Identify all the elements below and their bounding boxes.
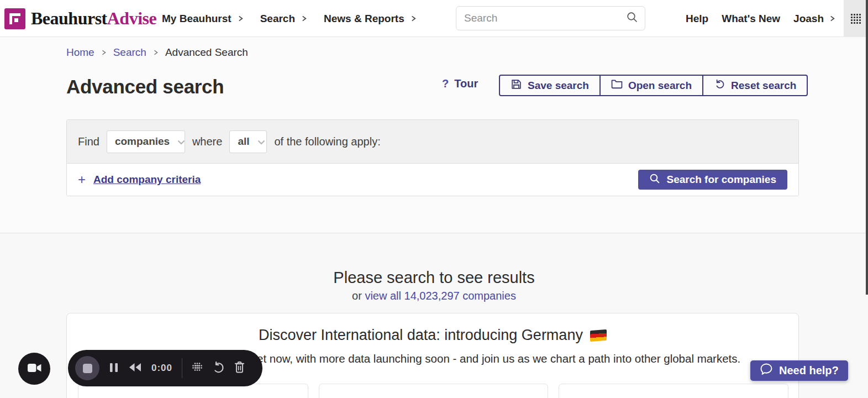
need-help-label: Need help? — [779, 364, 839, 377]
stop-icon — [75, 356, 99, 380]
open-search-label: Open search — [628, 80, 692, 92]
add-company-criteria-label: Add company criteria — [93, 174, 201, 186]
dots-grid-icon — [192, 362, 203, 375]
beauhurst-logo-icon — [4, 8, 25, 29]
or-label: or — [352, 290, 365, 302]
reset-search-button[interactable]: Reset search — [702, 76, 807, 95]
results-subtext: or view all 14,023,297 companies — [0, 290, 868, 302]
results-message: Please search to see results — [0, 269, 868, 287]
view-all-companies-link[interactable]: view all 14,023,297 companies — [365, 290, 516, 302]
entity-select-value: companies — [115, 135, 170, 148]
nav-item-whats-new[interactable]: What's New — [722, 13, 780, 25]
search-icon — [649, 173, 660, 187]
nav-item-user-menu[interactable]: Joash — [793, 13, 835, 25]
delete-recording-button[interactable] — [234, 361, 245, 375]
scrollbar-thumb[interactable] — [866, 0, 868, 295]
open-search-button[interactable]: Open search — [599, 76, 702, 95]
breadcrumb: Home Search Advanced Search — [66, 46, 248, 59]
nav-item-search[interactable]: Search — [260, 13, 307, 25]
brand-primary: Beauhurst — [31, 8, 107, 28]
promo-heading-row: Discover International data: introducing… — [67, 327, 798, 344]
save-search-label: Save search — [528, 80, 589, 92]
add-company-criteria-link[interactable]: + Add company criteria — [78, 173, 201, 186]
need-help-button[interactable]: Need help? — [750, 360, 848, 381]
chevron-right-icon — [829, 13, 835, 25]
nav-item-help[interactable]: Help — [686, 13, 708, 25]
rewind-icon — [128, 363, 142, 374]
match-select[interactable]: all — [229, 130, 267, 153]
restart-recording-button[interactable] — [212, 362, 224, 375]
restart-icon — [212, 362, 224, 375]
breadcrumb-home[interactable]: Home — [66, 46, 94, 59]
recorder-divider — [182, 358, 182, 378]
rewind-button[interactable] — [128, 363, 142, 374]
brand-text: BeauhurstAdvise — [31, 8, 156, 29]
global-search-box[interactable] — [456, 6, 645, 30]
chevron-right-icon — [101, 46, 107, 59]
reset-icon — [714, 78, 725, 92]
search-actions-group: Save search Open search Reset search — [499, 75, 808, 96]
search-for-companies-button[interactable]: Search for companies — [638, 170, 787, 190]
nav-item-my-beauhurst[interactable]: My Beauhurst — [162, 13, 244, 25]
save-search-button[interactable]: Save search — [500, 76, 599, 95]
apply-label: of the following apply: — [274, 135, 380, 148]
breadcrumb-search[interactable]: Search — [113, 46, 146, 59]
recorder-controls: 0:00 — [68, 350, 262, 386]
breadcrumb-current: Advanced Search — [165, 46, 248, 59]
nav-item-news-reports[interactable]: News & Reports — [324, 13, 417, 25]
chat-icon — [760, 363, 773, 378]
find-label: Find — [78, 135, 99, 148]
chevron-right-icon — [238, 13, 244, 25]
nav-item-label: News & Reports — [324, 13, 404, 25]
effects-button[interactable] — [192, 362, 203, 375]
plus-icon: + — [78, 173, 86, 186]
trash-icon — [234, 361, 245, 375]
promo-tile[interactable] — [319, 384, 548, 398]
reset-search-label: Reset search — [731, 80, 796, 92]
primary-nav-links: My Beauhurst Search News & Reports — [162, 0, 417, 37]
promo-heading: Discover International data: introducing… — [259, 327, 583, 344]
app-grid-button[interactable] — [844, 0, 868, 37]
brand-secondary: Advise — [107, 8, 156, 28]
advanced-search-page: BeauhurstAdvise My Beauhurst Search News… — [0, 0, 868, 398]
top-nav: BeauhurstAdvise My Beauhurst Search News… — [0, 0, 868, 37]
criteria-panel: Find companies where all of the followin… — [66, 119, 799, 196]
folder-icon — [611, 79, 623, 92]
nav-item-label: Search — [260, 13, 295, 25]
tour-button[interactable]: ? Tour — [442, 77, 478, 90]
chevron-right-icon — [411, 13, 417, 25]
search-icon[interactable] — [626, 11, 638, 25]
camera-bubble-button[interactable] — [18, 353, 50, 385]
chevron-right-icon — [153, 46, 159, 59]
chevron-down-icon — [257, 135, 265, 148]
tour-label: Tour — [454, 77, 478, 90]
results-placeholder: Please search to see results or view all… — [0, 269, 868, 302]
nav-item-label: What's New — [722, 13, 780, 25]
recording-time: 0:00 — [151, 363, 172, 374]
user-name: Joash — [793, 13, 824, 25]
secondary-nav-links: Help What's New Joash — [686, 0, 835, 37]
nav-item-label: My Beauhurst — [162, 13, 232, 25]
page-title: Advanced search — [66, 76, 224, 98]
pause-recording-button[interactable] — [109, 362, 119, 375]
germany-flag-icon — [590, 329, 607, 341]
video-camera-icon — [27, 363, 42, 375]
entity-select[interactable]: companies — [107, 130, 185, 153]
global-search-input[interactable] — [456, 12, 626, 24]
chevron-down-icon — [177, 135, 185, 148]
pause-icon — [109, 362, 119, 375]
search-for-companies-label: Search for companies — [666, 174, 776, 186]
chevron-right-icon — [301, 13, 307, 25]
criteria-settings-row: Find companies where all of the followin… — [67, 120, 798, 164]
where-label: where — [192, 135, 222, 148]
stop-recording-button[interactable] — [75, 356, 99, 380]
criteria-actions-row: + Add company criteria Search for compan… — [67, 164, 798, 196]
nav-item-label: Help — [686, 13, 708, 25]
question-mark-icon: ? — [442, 77, 449, 90]
save-icon — [511, 78, 522, 93]
apps-grid-icon — [851, 14, 861, 24]
section-divider — [0, 233, 868, 233]
brand-logo[interactable]: BeauhurstAdvise — [4, 0, 156, 37]
promo-tile[interactable] — [559, 384, 788, 398]
match-select-value: all — [238, 135, 249, 148]
